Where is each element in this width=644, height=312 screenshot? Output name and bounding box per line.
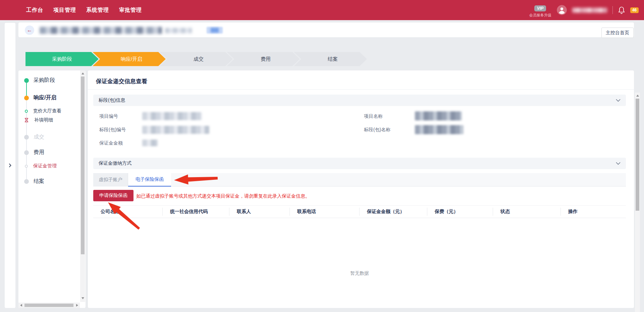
section-title: 标段(包)信息 <box>99 97 125 103</box>
stage-step-deal[interactable]: 成交 <box>160 52 233 66</box>
sidebar-item-label: 保证金管理 <box>33 163 57 169</box>
sidebar-item-label: 采购阶段 <box>34 77 55 84</box>
dot-done-icon <box>24 78 29 83</box>
field-label-project-name: 项目名称 <box>364 113 383 119</box>
chevron-down-icon[interactable] <box>616 162 621 165</box>
sidebar-item-label: 补填明细 <box>34 117 53 123</box>
sidebar-item-response-open[interactable]: 响应/开启 <box>24 94 56 101</box>
chevron-right-icon <box>9 163 11 167</box>
scroll-up-arrow[interactable] <box>636 95 639 97</box>
topbar-divider <box>612 6 613 14</box>
username-redacted <box>572 8 607 13</box>
section-title: 保证金缴纳方式 <box>99 160 131 166</box>
stage-step-procurement[interactable]: 采购阶段 <box>25 52 99 66</box>
sidebar-item-label: 费用 <box>34 149 44 156</box>
hourglass-icon <box>24 118 29 122</box>
field-value-project-name-redacted <box>415 111 462 120</box>
col-status: 状态 <box>493 208 560 216</box>
sidebar-vertical-scroll-thumb[interactable] <box>81 76 85 254</box>
timeline-connector-done <box>26 82 27 96</box>
avatar[interactable] <box>557 5 567 15</box>
field-label-project-no: 项目编号 <box>99 113 118 119</box>
dot-hollow-gray-icon <box>25 165 28 168</box>
dot-active-icon <box>24 96 29 100</box>
sidebar <box>18 70 86 308</box>
nav-item-approval-management[interactable]: 审批管理 <box>119 7 142 14</box>
col-actions: 操作 <box>560 208 626 216</box>
project-title-redacted <box>40 27 162 34</box>
nav-item-system-management[interactable]: 系统管理 <box>86 7 109 14</box>
payment-tabbar: 虚拟子账户 电子保险保函 <box>93 173 626 187</box>
top-navigation: 工作台 项目管理 系统管理 审批管理 <box>26 7 142 14</box>
empty-state-text: 暂无数据 <box>93 270 626 276</box>
page: 工作台 项目管理 系统管理 审批管理 VIP 会员服务升级 <box>0 0 644 312</box>
sidebar-item-procurement[interactable]: 采购阶段 <box>24 77 55 84</box>
console-home-button[interactable]: 主控台首页 <box>601 28 634 38</box>
col-company-name: 公司名称 <box>93 208 162 216</box>
field-value-project-no-redacted <box>142 112 202 120</box>
sidebar-item-deal[interactable]: 成交 <box>24 134 44 141</box>
nav-item-workbench[interactable]: 工作台 <box>26 7 43 14</box>
sidebar-item-closing[interactable]: 结案 <box>24 178 44 185</box>
scroll-down-arrow[interactable] <box>82 297 84 299</box>
topbar: 工作台 项目管理 系统管理 审批管理 VIP 会员服务升级 <box>0 0 644 20</box>
back-button[interactable]: ← <box>25 25 34 35</box>
field-label-package-name: 标段(包)名称 <box>364 127 390 133</box>
col-contact-phone: 联系电话 <box>289 208 359 216</box>
dot-hollow-green-icon <box>25 110 28 113</box>
apply-insurance-guarantee-button[interactable]: 申请保险保函 <box>93 190 133 201</box>
stage-step-fees[interactable]: 费用 <box>227 52 300 66</box>
col-premium: 保费（元） <box>427 208 493 216</box>
sidebar-item-bidding-hall[interactable]: 竞价大厅查看 <box>25 108 61 114</box>
sidebar-item-label: 竞价大厅查看 <box>33 108 61 114</box>
guarantee-table-header: 公司名称 统一社会信用代码 联系人 联系电话 保证金金额（元） 保费（元） 状态… <box>93 205 626 218</box>
sidebar-item-label: 成交 <box>34 134 44 141</box>
sidebar-item-fill-details[interactable]: 补填明细 <box>24 117 53 123</box>
dot-pending-icon <box>24 135 29 140</box>
field-value-deposit-amount-redacted <box>142 140 158 146</box>
drawer-expand-handle[interactable] <box>5 23 15 308</box>
tab-electronic-insurance-guarantee[interactable]: 电子保险保函 <box>128 173 171 187</box>
scroll-up-arrow[interactable] <box>82 72 84 74</box>
sidebar-item-fees[interactable]: 费用 <box>24 149 44 156</box>
status-tag-redacted-inner <box>211 28 219 33</box>
user-icon <box>557 5 567 15</box>
field-value-package-name-redacted <box>415 125 464 134</box>
vip-upgrade[interactable]: VIP 会员服务升级 <box>529 5 551 18</box>
section-header-package-info[interactable]: 标段(包)信息 <box>93 95 626 106</box>
duplicate-deposit-warning: 如已通过虚拟子账号或其他方式递交本项目保证金，请勿重复在此录入保证金信息。 <box>136 193 310 199</box>
stage-step-response-open[interactable]: 响应/开启 <box>93 52 166 66</box>
tab-virtual-subaccount[interactable]: 虚拟子账户 <box>93 173 128 187</box>
vip-icon: VIP <box>534 5 546 11</box>
title-divider <box>88 89 634 90</box>
main-vertical-scroll-thumb[interactable] <box>636 99 639 211</box>
sidebar-item-deposit-management[interactable]: 保证金管理 <box>25 163 57 169</box>
field-label-deposit-amount: 保证金金额 <box>99 140 123 146</box>
sidebar-horizontal-scroll-thumb[interactable] <box>24 304 73 307</box>
notification-count-badge: 46 <box>630 7 639 13</box>
section-header-payment-method[interactable]: 保证金缴纳方式 <box>93 158 626 169</box>
page-title: 保证金递交信息查看 <box>96 77 147 85</box>
sidebar-item-label: 响应/开启 <box>34 94 56 101</box>
sidebar-item-label: 结案 <box>34 178 44 185</box>
chevron-down-icon[interactable] <box>616 99 621 102</box>
stage-step-closing[interactable]: 结案 <box>294 52 367 66</box>
field-label-package-no: 标段(包)编号 <box>99 127 126 133</box>
scroll-right-arrow[interactable] <box>76 304 78 307</box>
col-deposit-amount: 保证金金额（元） <box>359 208 427 216</box>
bell-icon[interactable] <box>618 6 625 14</box>
vip-caption: 会员服务升级 <box>529 13 551 18</box>
col-contact-person: 联系人 <box>229 208 289 216</box>
dot-pending-icon <box>24 179 29 184</box>
scroll-left-arrow[interactable] <box>20 304 22 307</box>
dot-pending-icon <box>24 150 29 155</box>
back-arrow-icon: ← <box>27 27 32 33</box>
col-credit-code: 统一社会信用代码 <box>162 208 229 216</box>
nav-item-project-management[interactable]: 项目管理 <box>53 7 76 14</box>
field-value-package-no-redacted <box>142 126 209 134</box>
project-title-redacted-2 <box>165 28 192 33</box>
